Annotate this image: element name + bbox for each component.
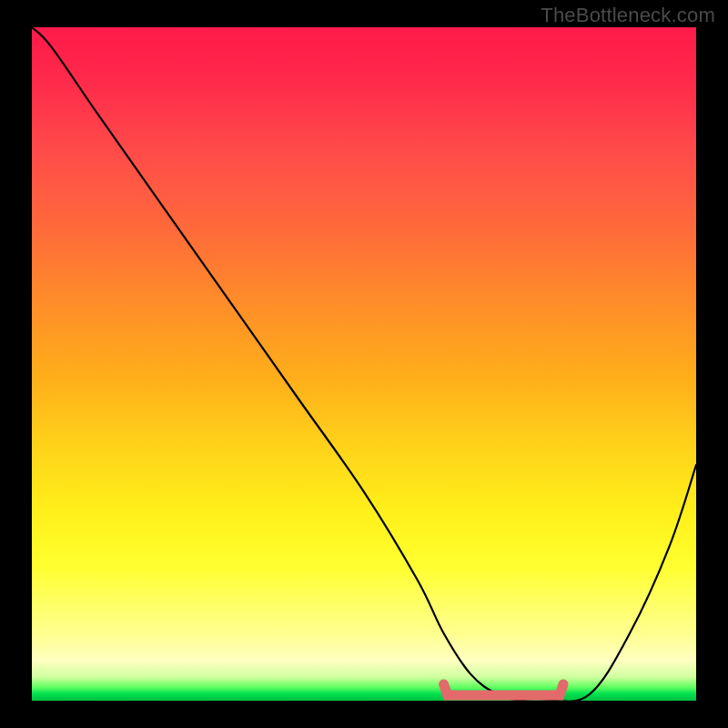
bottleneck-curve — [32, 27, 696, 701]
chart-svg-layer — [32, 27, 696, 701]
optimal-range-marker — [444, 684, 563, 695]
watermark-text: TheBottleneck.com — [541, 4, 715, 27]
chart-plot-area — [32, 27, 696, 701]
